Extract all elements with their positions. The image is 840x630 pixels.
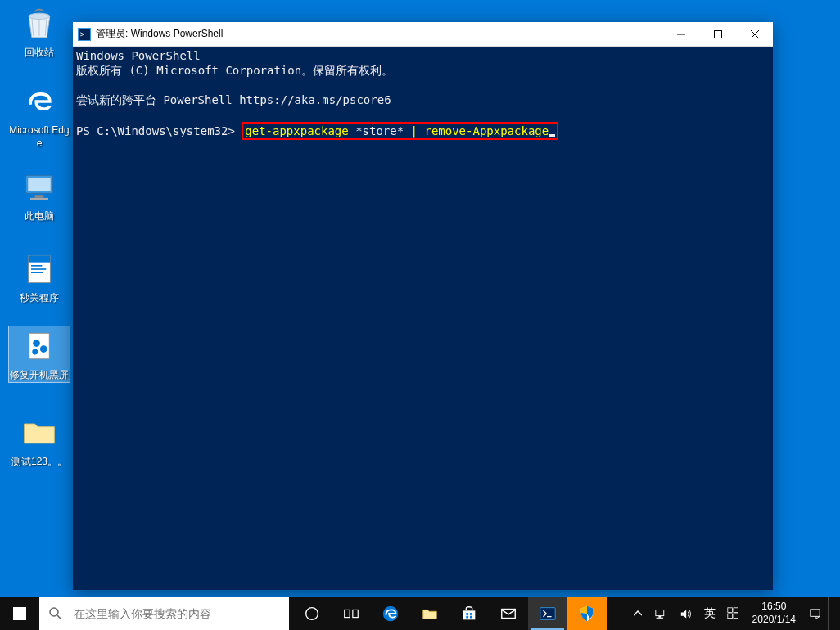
svg-point-0 [29, 13, 50, 19]
minimize-button[interactable] [662, 22, 699, 46]
desktop-icon-label: 秒关程序 [8, 292, 70, 305]
desktop-icon-this-pc[interactable]: 此电脑 [8, 168, 70, 223]
store-icon [460, 605, 478, 623]
taskbar-mail[interactable] [489, 597, 528, 630]
terminal-prompt-line: PS C:\Windows\system32> get-appxpackage … [76, 122, 770, 140]
svg-rect-36 [734, 608, 738, 613]
svg-rect-23 [353, 610, 358, 617]
network-icon [653, 607, 667, 621]
search-input[interactable] [74, 607, 279, 620]
show-desktop-button[interactable] [828, 597, 840, 630]
task-view-icon [342, 605, 360, 623]
search-icon [49, 607, 62, 620]
svg-rect-35 [727, 608, 732, 613]
tray-ime-mode[interactable] [721, 597, 746, 630]
ime-icon [727, 607, 740, 620]
maximize-button[interactable] [699, 22, 736, 46]
desktop-icon-label: 修复开机黑屏 [9, 369, 70, 382]
tray-volume[interactable] [673, 597, 698, 630]
windows-logo-icon [13, 607, 26, 620]
terminal-line [76, 78, 770, 92]
desktop-icon-edge[interactable]: Microsoft Edge [8, 82, 70, 150]
svg-line-20 [57, 615, 61, 619]
svg-rect-4 [35, 195, 44, 198]
close-icon [751, 30, 759, 38]
prompt-text: PS C:\Windows\system32> [76, 124, 242, 137]
close-button[interactable] [736, 22, 773, 46]
terminal-line: 版权所有 (C) Microsoft Corporation。保留所有权利。 [76, 63, 770, 78]
cmd-segment: *store* [355, 124, 410, 137]
svg-rect-27 [470, 613, 472, 615]
desktop-icon-label: 此电脑 [8, 210, 70, 223]
svg-point-14 [32, 349, 38, 355]
svg-rect-34 [656, 617, 663, 618]
svg-rect-8 [31, 265, 42, 267]
terminal-area[interactable]: Windows PowerShell版权所有 (C) Microsoft Cor… [73, 47, 773, 590]
start-button[interactable] [0, 597, 39, 630]
svg-rect-3 [28, 178, 51, 191]
svg-rect-32 [655, 610, 663, 615]
edge-icon [20, 82, 59, 121]
desktop-icon-label: 回收站 [8, 47, 70, 60]
tray-overflow[interactable] [628, 597, 648, 630]
script-icon [20, 250, 59, 289]
cmd-pipe: | [411, 124, 418, 137]
task-view-button[interactable] [332, 597, 371, 630]
recycle-bin-icon [20, 4, 59, 43]
cmd-segment: get-appxpackage [245, 124, 355, 137]
tray-notifications[interactable] [802, 597, 828, 630]
powershell-icon [539, 605, 557, 623]
minimize-icon [677, 30, 685, 38]
taskbar-uac-prompt[interactable] [567, 597, 607, 630]
command-highlight: get-appxpackage *store* | remove-Appxpac… [242, 122, 558, 140]
notification-icon [808, 607, 822, 621]
svg-rect-33 [658, 615, 661, 617]
terminal-line: 尝试新的跨平台 PowerShell https://aka.ms/pscore… [76, 92, 770, 107]
svg-rect-5 [30, 198, 48, 200]
svg-rect-26 [466, 613, 468, 615]
taskbar-powershell[interactable] [528, 597, 567, 630]
svg-rect-38 [734, 614, 738, 619]
svg-rect-30 [502, 610, 516, 619]
cmd-segment: remove-Appxpackage [418, 124, 549, 137]
svg-rect-39 [811, 609, 820, 616]
taskbar-store[interactable] [449, 597, 489, 630]
titlebar[interactable]: >_ 管理员: Windows PowerShell [73, 22, 773, 47]
taskbar-search[interactable] [39, 597, 289, 630]
powershell-window: >_ 管理员: Windows PowerShell Windows Power… [73, 22, 773, 590]
powershell-icon: >_ [78, 28, 91, 41]
bat-icon [20, 326, 59, 366]
svg-point-19 [50, 608, 58, 616]
folder-icon [421, 605, 439, 623]
volume-icon [679, 607, 693, 621]
cortana-button[interactable] [292, 597, 332, 630]
taskbar-explorer[interactable] [410, 597, 449, 630]
desktop-icon-label: 测试123。。 [8, 456, 70, 469]
desktop-icon-quick-close[interactable]: 秒关程序 [8, 250, 70, 305]
desktop-icon-recycle-bin[interactable]: 回收站 [8, 4, 70, 60]
tray-ime[interactable]: 英 [698, 597, 721, 630]
system-tray: 英 16:50 2020/1/14 [628, 597, 840, 630]
pc-icon [20, 168, 59, 207]
svg-rect-9 [31, 268, 46, 270]
tray-clock[interactable]: 16:50 2020/1/14 [746, 597, 802, 630]
svg-rect-10 [31, 272, 43, 273]
shield-icon [578, 605, 596, 623]
tray-network[interactable] [648, 597, 673, 630]
task-icons [292, 597, 607, 630]
svg-rect-31 [540, 608, 555, 620]
maximize-icon [714, 30, 722, 38]
clock-date: 2020/1/14 [752, 614, 796, 627]
clock-time: 16:50 [761, 601, 786, 614]
cortana-icon [303, 605, 321, 623]
taskbar-edge[interactable] [371, 597, 410, 630]
svg-rect-29 [470, 616, 472, 619]
svg-rect-25 [463, 610, 476, 619]
mail-icon [499, 605, 517, 623]
desktop-icon-fix-boot[interactable]: 修复开机黑屏 [8, 326, 70, 383]
desktop-icon-test-folder[interactable]: 测试123。。 [8, 413, 70, 469]
svg-rect-28 [466, 616, 468, 619]
window-title: 管理员: Windows PowerShell [96, 27, 662, 41]
svg-rect-37 [727, 614, 732, 619]
terminal-line [76, 107, 770, 122]
